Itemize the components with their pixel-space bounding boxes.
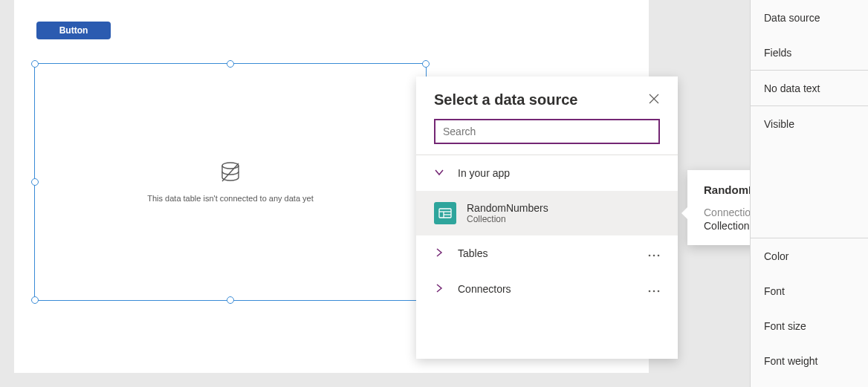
svg-point-7	[653, 255, 655, 257]
in-your-app-label: In your app	[458, 167, 510, 179]
chevron-right-icon	[434, 247, 444, 260]
prop-visible[interactable]: Visible	[751, 106, 868, 141]
tables-section[interactable]: Tables	[416, 235, 678, 271]
search-input-wrapper[interactable]	[434, 119, 660, 144]
prop-font[interactable]: Font	[751, 273, 868, 308]
database-icon	[218, 161, 242, 183]
more-icon[interactable]	[648, 247, 660, 259]
more-icon[interactable]	[648, 283, 660, 295]
data-source-flyout: Select a data source In your app RandomN…	[416, 77, 678, 359]
data-source-item-randomnumbers[interactable]: RandomNumbers Collection	[416, 191, 678, 235]
prop-fields[interactable]: Fields	[751, 35, 868, 70]
svg-point-10	[653, 290, 655, 293]
svg-point-11	[658, 290, 660, 293]
properties-panel: Data source Fields No data text Visible …	[750, 0, 868, 387]
svg-point-9	[649, 290, 651, 293]
data-source-item-subtitle: Collection	[467, 214, 548, 224]
svg-point-8	[658, 255, 660, 257]
chevron-right-icon	[434, 283, 444, 296]
svg-point-6	[649, 255, 651, 257]
prop-font-size[interactable]: Font size	[751, 308, 868, 343]
flyout-title: Select a data source	[434, 91, 577, 108]
data-source-item-name: RandomNumbers	[467, 202, 548, 214]
data-table-selection[interactable]: This data table isn't connected to any d…	[34, 63, 427, 301]
connectors-label: Connectors	[458, 283, 511, 295]
prop-data-source[interactable]: Data source	[751, 0, 868, 35]
connectors-section[interactable]: Connectors	[416, 271, 678, 307]
in-your-app-section[interactable]: In your app	[416, 155, 678, 191]
chevron-down-icon	[434, 167, 444, 180]
prop-no-data-text[interactable]: No data text	[751, 71, 868, 105]
empty-table-text: This data table isn't connected to any d…	[147, 194, 313, 203]
close-icon[interactable]	[648, 93, 660, 108]
button-control[interactable]: Button	[36, 22, 111, 39]
button-label: Button	[59, 25, 88, 36]
svg-rect-2	[439, 209, 451, 218]
tables-label: Tables	[458, 247, 488, 259]
svg-line-1	[222, 163, 239, 181]
search-input[interactable]	[443, 126, 651, 137]
prop-font-weight[interactable]: Font weight	[751, 343, 868, 378]
collection-icon	[434, 202, 456, 224]
empty-table-placeholder: This data table isn't connected to any d…	[35, 64, 426, 300]
prop-color[interactable]: Color	[751, 238, 868, 273]
